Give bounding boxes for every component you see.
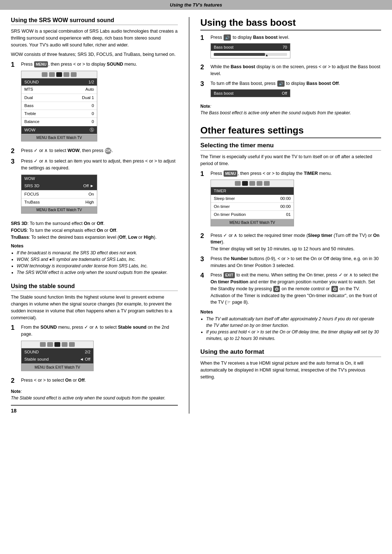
- wow-menu-footer: MENU Back EXIT Watch TV: [21, 206, 97, 213]
- menu-row: MTSAuto: [21, 86, 97, 94]
- wow-menu-box: WOW SRS 3DOff ► FOCUSOn TruBassHigh MENU…: [21, 175, 97, 214]
- step-item: 3 Press the Number buttons (0-9), < or >…: [200, 255, 381, 269]
- stable-row-value: ◄ Off: [79, 356, 90, 362]
- step-content: Press ✓ or ∧ to select the required time…: [211, 232, 381, 253]
- progress-track: ▲: [214, 53, 287, 56]
- step-number: 1: [200, 34, 208, 42]
- step-content: Press 🔊 to display Bass boost level. Bas…: [211, 34, 381, 61]
- menu-row: DualDual 1: [21, 94, 97, 102]
- step-number: 1: [11, 61, 19, 69]
- timer-menu-title: Selecting the timer menu: [200, 142, 381, 151]
- step-number: 3: [200, 80, 208, 88]
- left-column: Using the SRS WOW surround sound SRS WOW…: [11, 17, 178, 414]
- other-features-title: Other features settings: [200, 125, 381, 138]
- menu-icon-bar: [21, 71, 97, 78]
- sound-menu-title: SOUND: [24, 79, 39, 85]
- bass-boost-title: Using the bass boost: [200, 17, 381, 30]
- progress-fill: [214, 53, 265, 56]
- bass-boost-off-value: Off: [282, 90, 287, 97]
- srs-labels: SRS 3D: To turn the surround effect On o…: [11, 220, 178, 241]
- stable-sound-box: SOUND 2/2 Stable sound ◄ Off MENU Back E…: [21, 341, 94, 371]
- step-item: 4 Press EXIT to exit the menu. When sett…: [200, 272, 381, 306]
- step-content: From the SOUND menu, press ✓ or ∧ to sel…: [21, 324, 178, 374]
- focus-label: FOCUS: [11, 228, 27, 233]
- right-column: Using the bass boost 1 Press 🔊 to displa…: [189, 17, 381, 414]
- stable-menu-footer: MENU Back EXIT Watch TV: [21, 364, 93, 371]
- timer-note-item: If you press and hold < or > to set the …: [206, 329, 381, 342]
- menu-btn-icon: MENU: [224, 171, 237, 177]
- bass-boost-steps: 1 Press 🔊 to display Bass boost level. B…: [200, 34, 381, 99]
- menu-icon-bar: [211, 180, 294, 187]
- menu-row-srs3d: SRS 3DOff ►: [21, 182, 97, 190]
- bass-boost-value: 70: [283, 44, 287, 50]
- timer-header-title: TIMER: [214, 188, 226, 194]
- page: Using the TV's features Using the SRS WO…: [0, 0, 392, 554]
- step-item: 2 While the Bass boost display is on the…: [200, 63, 381, 77]
- step-item: 1 Press MENU, then press < or > to displ…: [200, 170, 381, 229]
- menu-row-wow: WOWⓈ: [21, 126, 97, 134]
- menu-row-focus: FOCUSOn: [21, 190, 97, 198]
- wow-menu-title: WOW: [24, 176, 35, 182]
- note-label: Note: [200, 104, 210, 109]
- srs-wow-desc1: SRS WOW is a special combination of SRS …: [11, 28, 178, 48]
- auto-format-desc: When the TV receives a true HDMI signal …: [200, 360, 381, 380]
- step-text: Press MENU, then press < or > to display…: [21, 62, 137, 67]
- timer-notes-list: The TV will automatically turn itself of…: [200, 316, 381, 342]
- note-text: The Stable sound effect is active only w…: [11, 395, 166, 401]
- wow-menu-header: WOW: [21, 175, 97, 182]
- trubass-label: TruBass: [11, 235, 29, 240]
- step-number: 2: [200, 63, 208, 71]
- header-title: Using the TV's features: [170, 2, 222, 8]
- step-item: 3 Press ✓ or ∧ to select an item you wan…: [11, 158, 178, 217]
- timer-menu-header: TIMER: [211, 187, 294, 195]
- step-content: Press < or > to select On or Off.: [21, 377, 178, 384]
- bass-btn-icon: 🔊: [224, 34, 231, 41]
- stable-row-label: Stable sound: [24, 356, 49, 362]
- srs-wow-title: Using the SRS WOW surround sound: [11, 17, 178, 25]
- stable-sound-section: Using the stable sound The Stable sound …: [11, 283, 178, 401]
- srs-wow-steps: 1 Press MENU, then press < or > to displ…: [11, 61, 178, 217]
- step-number: 3: [11, 158, 19, 166]
- menu-row: Balance0: [21, 118, 97, 126]
- timer-note-item: The TV will automatically turn itself of…: [206, 316, 381, 329]
- stable-sound-title: Using the stable sound: [11, 283, 178, 291]
- sound-menu-footer: MENU Back EXIT Watch TV: [21, 134, 97, 141]
- note-label: Note: [11, 389, 21, 394]
- progress-arrow: ▲: [265, 53, 268, 58]
- timer-menu-footer: MENU Back EXIT Watch TV: [211, 219, 294, 226]
- step-item: 2 Press ✓ or ∧ to select WOW, then press…: [11, 147, 178, 155]
- stable-menu-title: SOUND: [24, 349, 39, 355]
- bass-boost-bar-inner: ▲: [211, 51, 290, 58]
- step-item: 1 Press MENU, then press < or > to displ…: [11, 61, 178, 144]
- step-content: Press the Number buttons (0-9), < or > t…: [211, 255, 381, 269]
- step-number: 3: [200, 255, 208, 263]
- stable-menu-row: Stable sound ◄ Off: [21, 356, 93, 364]
- bass-boost-bar-header: Bass boost 70: [211, 44, 290, 51]
- stable-menu-header: SOUND 2/2: [21, 348, 93, 356]
- step-number: 2: [11, 377, 19, 385]
- page-num-text: 18: [11, 408, 17, 414]
- stable-sound-desc: The Stable sound function limits the hig…: [11, 294, 178, 321]
- step-content: Press ✓ or ∧ to select WOW, then press O…: [21, 147, 178, 154]
- srs-wow-desc2: WOW consists of three features; SRS 3D, …: [11, 51, 178, 58]
- power-btn-icon: ⏻: [273, 286, 280, 292]
- page-header: Using the TV's features: [0, 0, 392, 10]
- step-item: 2 Press < or > to select On or Off.: [11, 377, 178, 385]
- note-item: WOW technology is incorporated under lic…: [17, 263, 178, 269]
- stable-sound-steps: 1 From the SOUND menu, press ✓ or ∧ to s…: [11, 324, 178, 385]
- bass-boost-off-header: Bass boost Off: [211, 90, 290, 97]
- bass-boost-bar-off: Bass boost Off: [211, 89, 290, 98]
- srs-wow-notes: Notes If the broadcast is monaural, the …: [11, 243, 178, 276]
- note-item: WOW, SRS and ●® symbol are trademarks of…: [17, 256, 178, 263]
- note-item: If the broadcast is monaural, the SRS 3D…: [17, 250, 178, 256]
- step-number: 1: [11, 324, 19, 332]
- note-item: The SRS WOW effect is active only when t…: [17, 269, 178, 276]
- auto-format-section: Using the auto format When the TV receiv…: [200, 348, 381, 380]
- notes-list: If the broadcast is monaural, the SRS 3D…: [11, 250, 178, 276]
- timer-menu-desc: The Timer is especially useful if you wa…: [200, 153, 381, 167]
- step-content: While the Bass boost display is on the s…: [211, 63, 381, 77]
- sound-menu-header: SOUND 1/2: [21, 78, 97, 86]
- bass-boost-note: Note: The Bass boost effect is active on…: [200, 103, 381, 116]
- step-number: 2: [200, 232, 208, 240]
- step-item: 2 Press ✓ or ∧ to select the required ti…: [200, 232, 381, 253]
